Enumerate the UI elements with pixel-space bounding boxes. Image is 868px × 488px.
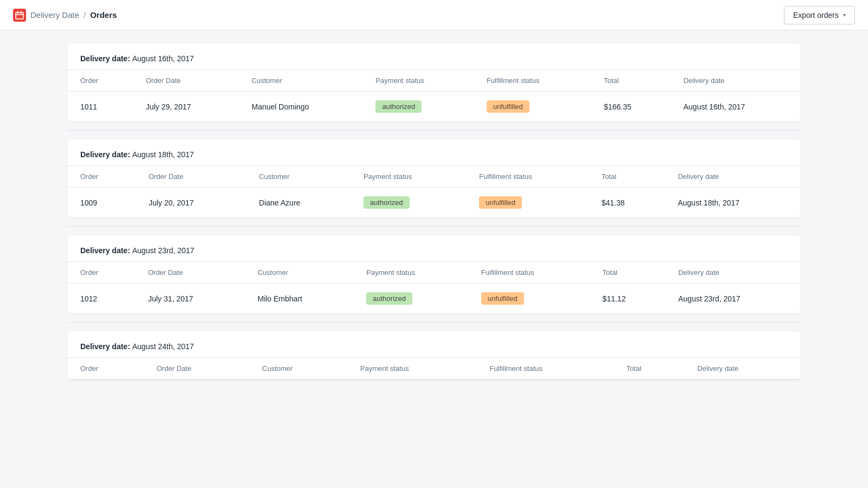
- order-delivery-date: August 23rd, 2017: [665, 284, 801, 314]
- col-header-customer: Customer: [245, 262, 354, 284]
- col-header-order: Order: [67, 166, 136, 188]
- order-date: July 20, 2017: [136, 188, 246, 218]
- group-delivery-label: Delivery date:: [80, 342, 132, 351]
- group-delivery-date: August 23rd, 2017: [132, 246, 194, 255]
- col-header-total: Total: [591, 70, 671, 92]
- col-header-payment-status: Payment status: [350, 166, 466, 188]
- customer-name: Milo Embhart: [245, 284, 354, 314]
- table-row: 1009July 20, 2017Diane Azureauthorizedun…: [67, 188, 801, 218]
- table-row: 1011July 29, 2017Manuel Domingoauthorize…: [67, 92, 801, 122]
- group-header-1: Delivery date: August 16th, 2017: [67, 43, 801, 69]
- col-header-order-date: Order Date: [133, 70, 239, 92]
- group-divider: [67, 130, 801, 131]
- order-table-1: OrderOrder DateCustomerPayment statusFul…: [67, 69, 801, 121]
- col-header-order: Order: [67, 70, 133, 92]
- order-total: $166.35: [591, 92, 671, 122]
- export-orders-button[interactable]: Export orders ▾: [784, 6, 855, 24]
- payment-status-badge: authorized: [353, 284, 468, 314]
- order-group-1: Delivery date: August 16th, 2017OrderOrd…: [67, 43, 801, 121]
- col-header-order-date: Order Date: [144, 358, 250, 380]
- col-header-customer: Customer: [239, 70, 363, 92]
- group-delivery-date: August 16th, 2017: [132, 54, 194, 63]
- fulfillment-status-badge: unfulfilled: [479, 196, 522, 209]
- col-header-customer: Customer: [249, 358, 347, 380]
- group-delivery-label: Delivery date:: [80, 246, 132, 255]
- table-row: 1012July 31, 2017Milo Embhartauthorizedu…: [67, 284, 801, 314]
- col-header-order-date: Order Date: [135, 262, 245, 284]
- fulfillment-status-badge: unfulfilled: [468, 284, 590, 314]
- export-orders-label: Export orders: [793, 11, 839, 20]
- col-header-total: Total: [614, 358, 685, 380]
- payment-status-badge: authorized: [363, 196, 410, 209]
- col-header-customer: Customer: [246, 166, 350, 188]
- customer-name: Manuel Domingo: [239, 92, 363, 122]
- chevron-down-icon: ▾: [843, 12, 846, 18]
- col-header-order: Order: [67, 358, 144, 380]
- group-divider: [67, 226, 801, 227]
- col-header-delivery-date: Delivery date: [665, 262, 801, 284]
- col-header-fulfillment-status: Fulfillment status: [466, 166, 589, 188]
- order-group-4: Delivery date: August 24th, 2017OrderOrd…: [67, 331, 801, 380]
- order-number: 1011: [67, 92, 133, 122]
- order-total: $11.12: [590, 284, 666, 314]
- fulfillment-status-badge: unfulfilled: [481, 292, 524, 305]
- col-header-order-date: Order Date: [136, 166, 246, 188]
- order-total: $41.38: [589, 188, 665, 218]
- order-groups-container: Delivery date: August 16th, 2017OrderOrd…: [67, 43, 801, 380]
- payment-status-badge: authorized: [362, 92, 473, 122]
- order-date: July 29, 2017: [133, 92, 239, 122]
- app-icon: [13, 9, 26, 22]
- payment-status-badge: authorized: [375, 100, 422, 113]
- group-divider: [67, 322, 801, 323]
- breadcrumb: Delivery Date / Orders: [13, 9, 117, 22]
- col-header-fulfillment-status: Fulfillment status: [476, 358, 613, 380]
- order-number: 1012: [67, 284, 135, 314]
- order-group-2: Delivery date: August 18th, 2017OrderOrd…: [67, 139, 801, 217]
- group-header-4: Delivery date: August 24th, 2017: [67, 331, 801, 357]
- order-table-2: OrderOrder DateCustomerPayment statusFul…: [67, 165, 801, 217]
- group-delivery-date: August 18th, 2017: [132, 150, 194, 159]
- col-header-total: Total: [589, 166, 665, 188]
- col-header-delivery-date: Delivery date: [684, 358, 801, 380]
- main-content: Delivery date: August 16th, 2017OrderOrd…: [54, 30, 814, 401]
- order-table-4: OrderOrder DateCustomerPayment statusFul…: [67, 357, 801, 380]
- fulfillment-status-badge: unfulfilled: [466, 188, 589, 218]
- col-header-payment-status: Payment status: [362, 70, 473, 92]
- order-date: July 31, 2017: [135, 284, 245, 314]
- payment-status-badge: authorized: [366, 292, 412, 305]
- group-delivery-label: Delivery date:: [80, 150, 132, 159]
- group-delivery-date: August 24th, 2017: [132, 342, 194, 351]
- breadcrumb-current: Orders: [90, 10, 117, 20]
- fulfillment-status-badge: unfulfilled: [474, 92, 591, 122]
- order-table-3: OrderOrder DateCustomerPayment statusFul…: [67, 261, 801, 313]
- order-number: 1009: [67, 188, 136, 218]
- col-header-delivery-date: Delivery date: [671, 70, 801, 92]
- payment-status-badge: authorized: [350, 188, 466, 218]
- customer-name: Diane Azure: [246, 188, 350, 218]
- order-delivery-date: August 16th, 2017: [671, 92, 801, 122]
- fulfillment-status-badge: unfulfilled: [487, 100, 529, 113]
- col-header-payment-status: Payment status: [347, 358, 476, 380]
- col-header-fulfillment-status: Fulfillment status: [468, 262, 590, 284]
- group-header-2: Delivery date: August 18th, 2017: [67, 139, 801, 165]
- col-header-total: Total: [590, 262, 666, 284]
- breadcrumb-separator: /: [84, 10, 86, 20]
- col-header-fulfillment-status: Fulfillment status: [474, 70, 591, 92]
- breadcrumb-parent: Delivery Date: [30, 10, 79, 20]
- col-header-order: Order: [67, 262, 135, 284]
- order-delivery-date: August 18th, 2017: [665, 188, 801, 218]
- svg-rect-0: [16, 12, 23, 19]
- col-header-delivery-date: Delivery date: [665, 166, 801, 188]
- group-delivery-label: Delivery date:: [80, 54, 132, 63]
- top-bar: Delivery Date / Orders Export orders ▾: [0, 0, 868, 30]
- order-group-3: Delivery date: August 23rd, 2017OrderOrd…: [67, 235, 801, 313]
- col-header-payment-status: Payment status: [353, 262, 468, 284]
- group-header-3: Delivery date: August 23rd, 2017: [67, 235, 801, 261]
